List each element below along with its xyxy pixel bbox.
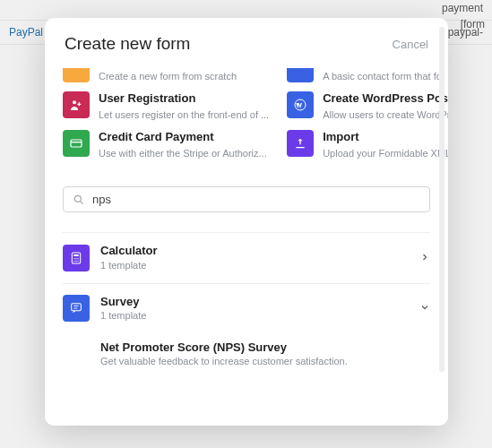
contact-icon (287, 68, 314, 82)
svg-point-4 (74, 195, 81, 202)
bg-form-label: [form (461, 18, 485, 30)
category-list: Calculator 1 template Survey 1 template (63, 232, 430, 373)
user-plus-icon (63, 91, 90, 118)
modal-body: Create a new form from scratch A basic c… (45, 68, 448, 426)
template-title: Import (323, 130, 448, 145)
template-desc: Upload your Formidable XML or CSV ... (323, 147, 448, 159)
wordpress-icon (287, 91, 314, 118)
search-box[interactable] (63, 186, 430, 212)
upload-icon (287, 130, 314, 157)
modal-title: Create new form (65, 34, 190, 54)
template-title: Create WordPress Post (323, 91, 448, 107)
svg-line-5 (81, 202, 83, 204)
category-survey[interactable]: Survey 1 template (63, 283, 430, 333)
cancel-button[interactable]: Cancel (393, 38, 428, 51)
category-title: Survey (100, 295, 409, 310)
template-wordpress-post[interactable]: Create WordPress Post Allow users to cre… (287, 91, 448, 121)
template-import[interactable]: Import Upload your Formidable XML or CSV… (287, 130, 448, 159)
template-desc: Allow users to create WordPress post... (323, 108, 448, 121)
chevron-right-icon (419, 251, 430, 265)
category-title: Calculator (100, 244, 409, 259)
svg-point-10 (77, 258, 78, 259)
calculator-icon (63, 245, 90, 271)
template-contact-form[interactable]: A basic contact form that for any Wor... (287, 68, 448, 82)
template-desc: Use with either the Stripe or Authoriz..… (99, 147, 269, 159)
category-sub: 1 template (100, 259, 409, 271)
credit-card-icon (63, 130, 90, 157)
svg-rect-7 (73, 254, 78, 256)
svg-point-13 (77, 261, 78, 262)
search-input[interactable] (92, 193, 420, 206)
survey-icon (63, 295, 90, 322)
svg-rect-14 (72, 304, 82, 311)
category-sub: 1 template (100, 309, 409, 322)
template-grid: Create a new form from scratch A basic c… (63, 68, 430, 159)
template-title: Credit Card Payment (99, 130, 269, 145)
svg-point-11 (73, 261, 74, 262)
template-credit-card[interactable]: Credit Card Payment Use with either the … (63, 130, 269, 159)
sub-item-title: Net Promoter Score (NPS) Survey (100, 340, 430, 354)
plus-icon (63, 68, 90, 82)
chevron-down-icon (419, 301, 430, 315)
category-calculator[interactable]: Calculator 1 template (63, 232, 430, 282)
template-nps-survey[interactable]: Net Promoter Score (NPS) Survey Get valu… (63, 333, 430, 374)
svg-point-1 (295, 99, 306, 110)
create-form-modal: Create new form Cancel Create a new form… (45, 18, 448, 426)
template-desc: Let users register on the front-end of .… (99, 108, 269, 121)
svg-point-8 (73, 258, 74, 259)
svg-rect-2 (71, 140, 82, 147)
search-icon (73, 194, 85, 206)
template-title: User Registration (99, 91, 269, 107)
template-user-registration[interactable]: User Registration Let users register on … (63, 91, 269, 121)
scrollbar[interactable] (439, 27, 445, 372)
template-blank-form[interactable]: Create a new form from scratch (63, 68, 269, 82)
bg-col-a: payment (442, 2, 483, 14)
svg-rect-3 (71, 142, 82, 142)
svg-point-9 (75, 258, 76, 259)
modal-header: Create new form Cancel (45, 18, 448, 68)
template-desc: Create a new form from scratch (99, 70, 269, 82)
svg-point-0 (73, 100, 76, 104)
sub-item-desc: Get valuable feedback to increase custom… (100, 356, 430, 366)
svg-point-12 (75, 261, 76, 262)
template-desc: A basic contact form that for any Wor... (323, 70, 448, 82)
